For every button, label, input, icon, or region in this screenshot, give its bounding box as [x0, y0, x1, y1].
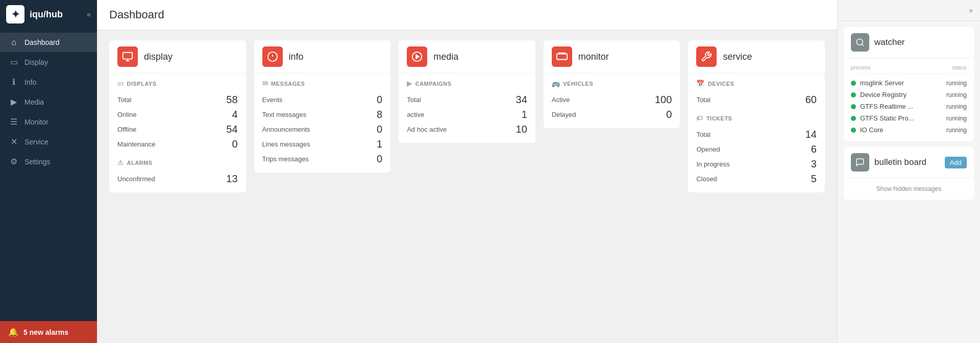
bulletin-header: bulletin board Add — [844, 147, 974, 178]
media-widget-icon — [407, 46, 427, 67]
process-row: IO Core running — [851, 124, 967, 136]
show-hidden-messages[interactable]: Show hidden messages — [851, 183, 967, 194]
widgets-row: display ▭ DISPLAYS Total 58 Online 4 — [109, 40, 825, 192]
alarm-banner[interactable]: 🔔 5 new alarms — [0, 321, 97, 343]
sidebar-label-settings: Settings — [24, 158, 51, 166]
sidebar-label-service: Service — [24, 138, 48, 146]
main-content: Dashboard display ▭ DISPLAYS Tota — [97, 0, 837, 343]
process-col-header: process — [851, 64, 871, 70]
sidebar-item-settings[interactable]: ⚙ Settings — [0, 152, 97, 172]
info-widget-body: ✉ MESSAGES Events 0 Text messages 8 Anno… — [254, 74, 391, 173]
campaigns-section-icon: ▶ — [407, 80, 412, 87]
status-dot — [851, 92, 856, 97]
svg-marker-7 — [416, 55, 419, 58]
service-widget-body: 📅 DEVICES Total 60 🏷 TICKETS Total — [688, 74, 825, 192]
process-row: Device Registry running — [851, 89, 967, 101]
monitor-vehicles-label: 🚌 VEHICLES — [552, 80, 672, 87]
display-widget-body: ▭ DISPLAYS Total 58 Online 4 Offline 54 — [109, 74, 246, 192]
stat-row: Events 0 — [262, 92, 383, 107]
media-campaigns-label: ▶ CAMPAIGNS — [407, 80, 527, 87]
sidebar-collapse-button[interactable]: « — [87, 10, 91, 18]
sidebar-item-media[interactable]: ▶ Media — [0, 92, 97, 112]
right-panel-collapse-button[interactable]: » — [969, 6, 973, 14]
sidebar-header: ✦ iqu/hub « — [0, 0, 97, 29]
sidebar-label-media: Media — [24, 98, 44, 106]
vehicles-section-icon: 🚌 — [552, 80, 560, 87]
stat-row: Online 4 — [117, 107, 238, 122]
info-icon: ℹ — [8, 77, 19, 87]
stat-row: Ad hoc active 10 — [407, 122, 527, 137]
service-widget-icon — [696, 46, 717, 67]
media-widget-header: media — [399, 40, 535, 74]
watcher-icon — [851, 33, 869, 52]
sidebar-item-display[interactable]: ▭ Display — [0, 52, 97, 72]
sidebar-item-info[interactable]: ℹ Info — [0, 72, 97, 92]
sidebar-label-monitor: Monitor — [24, 118, 48, 126]
status-dot — [851, 128, 856, 133]
monitor-widget-body: 🚌 VEHICLES Active 100 Delayed 0 — [544, 74, 680, 128]
stat-row: Text messages 8 — [262, 107, 383, 122]
sidebar-label-display: Display — [24, 58, 48, 66]
stat-row: Trips messages 0 — [262, 152, 383, 166]
sidebar-label-info: Info — [24, 78, 36, 86]
display-widget-title: display — [144, 52, 173, 62]
stat-row: In progress 3 — [696, 157, 817, 172]
status-dot — [851, 104, 856, 109]
watcher-table-header: process status — [851, 63, 967, 74]
display-alarms-section: ⚠ ALARMS Unconfirmed 13 — [117, 159, 238, 186]
right-panel: » watcher process status msglink Server … — [837, 0, 980, 343]
stat-row: active 1 — [407, 107, 527, 122]
svg-point-11 — [856, 39, 863, 45]
bulletin-title-row: bulletin board — [851, 153, 926, 172]
right-panel-header: » — [838, 0, 980, 21]
service-devices-label: 📅 DEVICES — [696, 80, 817, 87]
status-col-header: status — [952, 64, 967, 70]
monitor-widget-title: monitor — [578, 52, 609, 62]
sidebar-item-service[interactable]: ✕ Service — [0, 132, 97, 152]
service-icon: ✕ — [8, 137, 19, 146]
sidebar-item-dashboard[interactable]: ⌂ Dashboard — [0, 33, 97, 52]
info-widget-header: info — [254, 40, 391, 74]
stat-row: Opened 6 — [696, 142, 817, 157]
svg-rect-0 — [123, 53, 132, 59]
display-widget-header: display — [109, 40, 246, 74]
stat-row: Announcements 0 — [262, 122, 383, 137]
sidebar-label-dashboard: Dashboard — [24, 38, 60, 46]
service-widget-header: service — [688, 40, 825, 74]
sidebar-item-monitor[interactable]: ☰ Monitor — [0, 112, 97, 132]
app-logo: ✦ — [6, 5, 24, 23]
page-title: Dashboard — [109, 8, 825, 21]
dashboard-body: display ▭ DISPLAYS Total 58 Online 4 — [97, 30, 837, 343]
watcher-section: watcher process status msglink Server ru… — [844, 27, 974, 141]
stat-row: Unconfirmed 13 — [117, 172, 238, 186]
bulletin-title: bulletin board — [874, 157, 926, 167]
svg-line-12 — [862, 44, 863, 45]
info-messages-label: ✉ MESSAGES — [262, 80, 383, 87]
devices-section-icon: 📅 — [696, 80, 705, 87]
bulletin-body: Show hidden messages — [844, 178, 974, 200]
info-widget: info ✉ MESSAGES Events 0 Text messages 8 — [254, 40, 391, 173]
display-widget-icon — [117, 46, 138, 67]
messages-section-icon: ✉ — [262, 80, 268, 87]
bulletin-icon — [851, 153, 869, 172]
add-bulletin-button[interactable]: Add — [945, 157, 967, 168]
svg-rect-8 — [557, 54, 567, 60]
alarm-icon: 🔔 — [8, 327, 18, 337]
process-row: GTFS Realtime ... running — [851, 101, 967, 112]
media-widget: media ▶ CAMPAIGNS Total 34 active 1 — [399, 40, 535, 143]
display-alarms-label: ⚠ ALARMS — [117, 159, 238, 166]
display-icon: ▭ — [8, 57, 19, 67]
service-tickets-label: 🏷 TICKETS — [696, 114, 817, 122]
monitor-widget-header: monitor — [544, 40, 680, 74]
stat-row: Maintenance 0 — [117, 137, 238, 152]
service-widget-title: service — [723, 52, 752, 62]
home-icon: ⌂ — [8, 38, 19, 47]
display-widget: display ▭ DISPLAYS Total 58 Online 4 — [109, 40, 246, 192]
monitor-widget: monitor 🚌 VEHICLES Active 100 Delayed 0 — [544, 40, 680, 128]
stat-row: Lines messages 1 — [262, 137, 383, 152]
app-title: iqu/hub — [30, 9, 87, 20]
media-icon: ▶ — [8, 97, 19, 107]
monitor-widget-icon — [552, 46, 572, 67]
sidebar: ✦ iqu/hub « ⌂ Dashboard ▭ Display ℹ Info… — [0, 0, 97, 343]
watcher-header: watcher — [844, 27, 974, 58]
